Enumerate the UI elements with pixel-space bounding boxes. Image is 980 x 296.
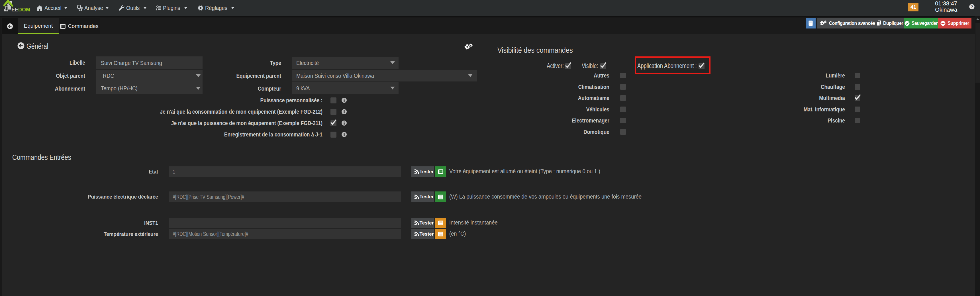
svg-text:?: ?: [970, 5, 973, 9]
svg-text:EEDOM: EEDOM: [11, 7, 30, 13]
